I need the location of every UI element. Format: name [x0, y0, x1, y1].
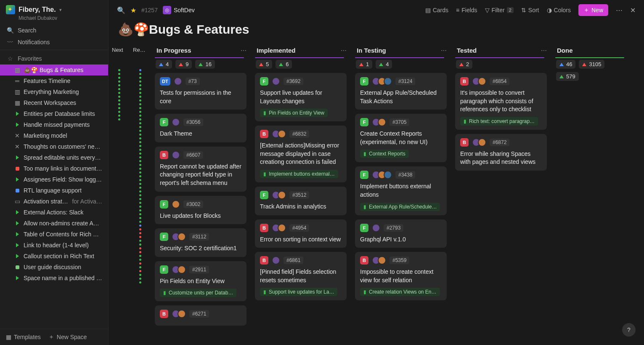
sidebar-item[interactable]: ▭Activation strategy for Activa…: [0, 196, 108, 207]
card[interactable]: F #2793 Graphql API v.1.0: [355, 219, 447, 248]
avatar: [272, 77, 280, 86]
col-title: Tested: [457, 47, 477, 54]
sidebar-item[interactable]: Table of Contents for Rich Ed…: [0, 229, 108, 240]
column-menu-icon[interactable]: ⋯: [341, 47, 347, 54]
new-button[interactable]: ＋New: [578, 4, 608, 16]
relation-chip[interactable]: ▮Customize units per Datab…: [160, 289, 236, 297]
column-menu-icon[interactable]: ⋯: [241, 47, 246, 54]
relation-chip[interactable]: ▮Implement buttons external…: [260, 170, 338, 178]
card[interactable]: B #6861 [Pinned field] Fields selection …: [255, 252, 347, 300]
type-badge: F: [360, 118, 368, 126]
card[interactable]: F #3705 Create Context Reports (experime…: [355, 114, 447, 162]
counter[interactable]: 1: [356, 60, 372, 69]
sort-button[interactable]: ⇅Sort: [521, 7, 539, 13]
col-next[interactable]: Next: [109, 43, 130, 345]
card[interactable]: B #4954 Error on sorting in context view: [255, 219, 347, 248]
counter-value: 3105: [589, 61, 601, 67]
item-label: RTL language support: [24, 187, 82, 194]
more-icon[interactable]: ⋯: [616, 6, 623, 14]
sidebar-item[interactable]: RTL language support: [0, 185, 108, 196]
relation-chip[interactable]: ▮Create relation Views on En…: [360, 288, 440, 296]
counter-icon: [559, 63, 564, 66]
counter[interactable]: 579: [556, 72, 579, 81]
sidebar-item[interactable]: ✕Thoughts on customers' nee…: [0, 141, 108, 152]
column-menu-icon[interactable]: ⋯: [541, 47, 547, 54]
card[interactable]: F #3002 Live updates for Blocks: [155, 196, 246, 225]
counter[interactable]: 2: [456, 60, 472, 69]
card[interactable]: F #3512 Track Admins in analytics: [255, 187, 347, 215]
sidebar-item[interactable]: ▥💩🍄 Bugs & Features: [0, 64, 108, 75]
relation-chip[interactable]: ▮Support live updates for La…: [260, 288, 337, 296]
counter-icon: [199, 63, 203, 66]
new-space-button[interactable]: ＋ New Space: [48, 333, 87, 341]
close-icon[interactable]: ✕: [630, 6, 636, 14]
sidebar-item[interactable]: ═Features Timeline: [0, 75, 108, 86]
card[interactable]: F #3112 Security: SOC 2 certification1: [155, 228, 246, 257]
relation-chip[interactable]: ▮Context Reports: [360, 150, 409, 158]
card[interactable]: B #6832 [External actions]Missing error …: [255, 126, 347, 182]
card[interactable]: B #6854 It's impossible to convert parag…: [455, 73, 547, 130]
card[interactable]: B #6271: [155, 305, 246, 326]
item-icon: [14, 189, 20, 193]
avatar: [372, 224, 380, 232]
search-row[interactable]: 🔍 Search: [0, 24, 108, 36]
sidebar-item[interactable]: Spread editable units everyw…: [0, 152, 108, 163]
counter[interactable]: 4: [156, 60, 172, 69]
favorites-section[interactable]: ☆ Favorites: [0, 52, 108, 64]
chevron-down-icon[interactable]: ▾: [59, 7, 62, 13]
sidebar-item[interactable]: ✕Marketing model: [0, 130, 108, 141]
colors-button[interactable]: ◑Colors: [547, 7, 571, 13]
counter[interactable]: 16: [195, 60, 215, 69]
sidebar-item[interactable]: ▥Everything Marketing: [0, 86, 108, 97]
fields-button[interactable]: ≡Fields: [456, 7, 477, 13]
card[interactable]: F #3692 Support live updates for Layouts…: [255, 73, 347, 121]
star-icon[interactable]: ★: [130, 6, 136, 14]
relation-chip[interactable]: ▮Pin Fields on Entity View: [260, 109, 328, 117]
sidebar-item[interactable]: Handle missed payments: [0, 119, 108, 130]
app-breadcrumb[interactable]: ◎ SoftDev: [163, 6, 195, 14]
help-button[interactable]: ?: [622, 323, 636, 337]
counter[interactable]: 9: [175, 60, 192, 69]
sidebar-item[interactable]: Allow non-admins create Aut…: [0, 218, 108, 229]
counter[interactable]: 3105: [579, 60, 604, 69]
sidebar-item[interactable]: Assignees Field: Show logge…: [0, 174, 108, 185]
counter-icon: [359, 63, 363, 66]
counter-value: 46: [566, 61, 572, 67]
sidebar-item[interactable]: Space name in a published s…: [0, 273, 108, 283]
card[interactable]: F #3056 Dark Theme: [155, 114, 246, 142]
sidebar-item[interactable]: Callout section in Rich Text: [0, 251, 108, 262]
cards-button[interactable]: ▤Cards: [425, 7, 448, 13]
sidebar-item[interactable]: Entities per Database limits: [0, 108, 108, 119]
relation-chip[interactable]: ▮Rich text: convert paragrap…: [460, 117, 538, 126]
avatars: [172, 310, 186, 318]
counter[interactable]: 5: [256, 60, 272, 69]
sidebar-item[interactable]: ▦Recent Workspaces: [0, 97, 108, 108]
card[interactable]: DT #73 Tests for permissions in the core: [155, 73, 246, 110]
item-label: Spread editable units everyw…: [24, 154, 102, 161]
counter[interactable]: 6: [276, 60, 292, 69]
sidebar-item[interactable]: User guide discussion: [0, 262, 108, 273]
card[interactable]: F #3124 External App Rule/Scheduled Task…: [355, 73, 447, 110]
counter[interactable]: 4: [376, 60, 392, 69]
column-menu-icon[interactable]: ⋯: [441, 47, 447, 54]
card[interactable]: F #2911 Pin Fields on Entity View▮Custom…: [155, 261, 246, 302]
sidebar-item[interactable]: Link to header (1-4 level): [0, 240, 108, 251]
card[interactable]: F #3438 Implement buttons external actio…: [355, 166, 447, 215]
col-ready[interactable]: Rea…: [130, 43, 151, 345]
type-badge: F: [260, 191, 268, 199]
sidebar-item[interactable]: External Actions: Slack: [0, 207, 108, 218]
link-icon: ▮: [263, 289, 266, 295]
filter-button[interactable]: ▽Filter2: [485, 7, 514, 13]
counter-icon: [459, 63, 464, 66]
notifications-row[interactable]: 〰 Notifications: [0, 36, 108, 48]
templates-button[interactable]: ▦ Templates: [6, 334, 41, 340]
card-title: Support live updates for Layouts changes: [260, 89, 342, 105]
card[interactable]: B #6607 Report cannot be updated after c…: [155, 147, 246, 192]
workspace-header[interactable]: Fibery, The. ▾ Michael Dubakov: [0, 0, 108, 24]
relation-chip[interactable]: ▮External App Rule/Schedule…: [360, 203, 440, 211]
search-icon[interactable]: 🔍: [117, 6, 125, 14]
card[interactable]: B #5359 Impossible to create context vie…: [355, 252, 447, 300]
card[interactable]: B #6872 Error while sharing Spaces with …: [455, 134, 547, 171]
sidebar-item[interactable]: Too many links in document …: [0, 163, 108, 174]
counter[interactable]: 46: [556, 60, 575, 69]
